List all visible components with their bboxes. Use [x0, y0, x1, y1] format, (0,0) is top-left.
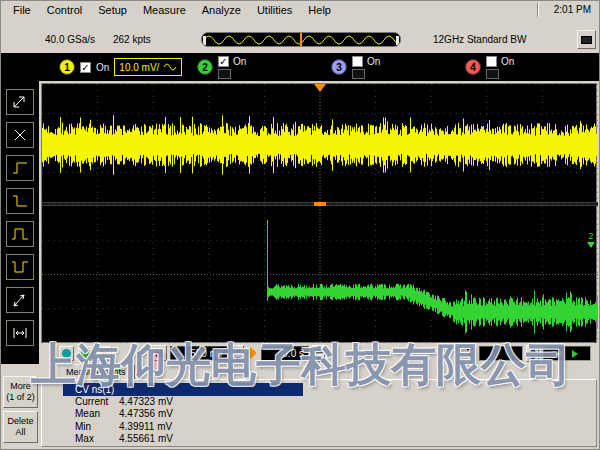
channel-2-marker-label: 2 — [588, 231, 593, 241]
menu-bar: File Control Setup Measure Analyze Utili… — [1, 1, 599, 19]
channel-2-level-marker[interactable]: 2 — [587, 232, 595, 248]
menu-utilities[interactable]: Utilities — [249, 2, 300, 18]
preview-left-handle[interactable] — [203, 36, 206, 45]
right-arrow-icon[interactable] — [572, 350, 578, 358]
markers-icon — [10, 93, 30, 111]
acquisition-preview-bar[interactable] — [201, 32, 401, 47]
row-value: 4.47323 mV — [119, 396, 173, 408]
delete-label-2: All — [15, 427, 25, 438]
row-value: 4.39911 mV — [119, 421, 172, 433]
channel-3-on-checkbox[interactable] — [352, 56, 363, 67]
horizontal-pan-control[interactable] — [543, 346, 591, 361]
measurement-row: Mean 4.47356 mV — [63, 408, 303, 420]
timebase-scale-readout[interactable]: 500 ns/ — [170, 346, 228, 361]
channel-2-on-checkbox[interactable]: ✓ — [218, 56, 229, 67]
sample-rate: 40.0 GSa/s — [45, 34, 95, 45]
more-label-1: More — [10, 381, 31, 392]
trigger-level-readout[interactable] — [479, 346, 523, 361]
measurements-panel: Measurements More (1 of 2) Delete All CV… — [1, 364, 599, 450]
teal-dot-icon — [62, 349, 71, 358]
falling-edge-icon — [10, 192, 30, 210]
trigger-label: T — [467, 348, 473, 359]
trigger-position-icon — [245, 347, 256, 358]
measurement-row: Min 4.39911 mV — [63, 421, 303, 433]
timebase-spinner[interactable] — [231, 345, 244, 362]
delete-label-1: Delete — [7, 416, 33, 427]
bandwidth-label: 12GHz Standard BW — [433, 34, 526, 45]
channel-1-on-checkbox[interactable]: ✓ — [80, 62, 91, 73]
up-arrow-icon[interactable] — [312, 345, 325, 353]
channel-3-mini-box[interactable] — [352, 69, 365, 79]
green-dot-icon — [81, 349, 90, 358]
down-arrow-icon[interactable] — [231, 354, 244, 362]
channel-3-button[interactable]: 3 — [331, 59, 347, 75]
pulse-width-button[interactable] — [6, 320, 34, 346]
rise-time-icon — [10, 291, 30, 309]
cursor-tool-button[interactable] — [59, 346, 74, 361]
markers-button[interactable] — [6, 89, 34, 115]
left-arrow-icon[interactable] — [556, 350, 562, 358]
channel-1-scale-box[interactable]: 10.0 mV/ — [114, 58, 182, 76]
rising-edge-button[interactable] — [6, 155, 34, 181]
preview-right-handle[interactable] — [396, 36, 399, 45]
positive-pulse-icon — [10, 225, 30, 243]
more-button[interactable]: More (1 of 2) — [3, 376, 38, 408]
positive-pulse-button[interactable] — [6, 221, 34, 247]
clock-divider — [537, 3, 539, 17]
delete-all-button[interactable]: Delete All — [3, 411, 38, 443]
channel-2-button[interactable]: 2 — [197, 59, 213, 75]
down-arrow-icon[interactable] — [312, 354, 325, 362]
measurement-list: CV ns(1) Current 4.47323 mV Mean 4.47356… — [63, 383, 303, 446]
channel-4-mini-box[interactable] — [486, 69, 499, 79]
negative-pulse-icon — [10, 258, 30, 276]
channel-4-on-checkbox[interactable] — [486, 56, 497, 67]
channel-3-on-label: On — [367, 56, 380, 67]
x-marker-icon — [10, 126, 30, 144]
timebase-position-readout[interactable]: 0.0 s — [261, 346, 309, 361]
selected-measurement[interactable]: CV ns(1) — [63, 383, 303, 396]
memory-depth: 262 kpts — [113, 34, 151, 45]
ac-coupling-icon — [163, 62, 177, 72]
row-value: 4.55661 mV — [119, 433, 173, 445]
more-label-2: (1 of 2) — [6, 392, 35, 403]
menu-control[interactable]: Control — [39, 2, 90, 18]
marker-tool-button[interactable] — [78, 346, 93, 361]
channel-strip: 1 ✓ On 10.0 mV/ 2 ✓ On 3 — [1, 53, 599, 81]
up-arrow-icon[interactable] — [231, 345, 244, 353]
position-spinner[interactable] — [312, 345, 325, 362]
trigger-time-marker-icon[interactable] — [314, 84, 326, 92]
menu-file[interactable]: File — [5, 2, 39, 18]
delete-marker-button[interactable] — [6, 122, 34, 148]
up-arrow-icon[interactable] — [526, 345, 539, 353]
horizontal-setup-button[interactable]: H — [151, 345, 167, 361]
channel-1-button[interactable]: 1 — [59, 59, 75, 75]
menu-analyze[interactable]: Analyze — [194, 2, 249, 18]
trigger-spinner[interactable] — [526, 345, 539, 362]
menu-measure[interactable]: Measure — [135, 2, 194, 18]
divider-trigger-marker-icon — [314, 202, 326, 206]
channel-1-ground-marker-icon[interactable] — [42, 140, 49, 150]
row-label: Min — [63, 421, 119, 433]
screen-toggle-button[interactable] — [577, 30, 596, 49]
clear-display-button[interactable] — [97, 346, 112, 361]
measurement-row: Current 4.47323 mV — [63, 396, 303, 408]
left-toolbar — [1, 53, 39, 364]
falling-edge-button[interactable] — [6, 188, 34, 214]
row-label: Max — [63, 433, 119, 445]
down-arrow-icon[interactable] — [526, 354, 539, 362]
channel-1-waveform-panel — [42, 84, 598, 202]
channel-4-button[interactable]: 4 — [465, 59, 481, 75]
preview-trigger-marker-icon — [300, 33, 302, 47]
row-label: Mean — [63, 408, 119, 420]
measurement-row: Max 4.55661 mV — [63, 433, 303, 445]
rise-time-button[interactable] — [6, 287, 34, 313]
channel-4-on-label: On — [501, 56, 514, 67]
clock: 2:01 PM — [554, 4, 591, 15]
negative-pulse-button[interactable] — [6, 254, 34, 280]
menu-setup[interactable]: Setup — [90, 2, 135, 18]
measurements-tab[interactable]: Measurements — [57, 364, 135, 379]
waveform-display[interactable]: 2 — [41, 83, 597, 343]
menu-help[interactable]: Help — [300, 2, 339, 18]
channel-2-mini-box[interactable] — [218, 69, 231, 79]
bottom-control-bar: H 500 ns/ 0.0 s T — [39, 344, 597, 364]
